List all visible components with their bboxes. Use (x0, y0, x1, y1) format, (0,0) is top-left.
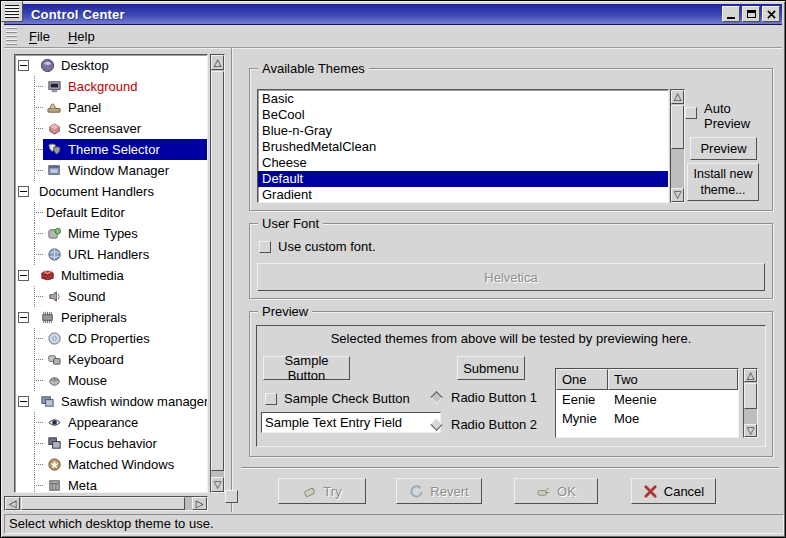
table-scrollbar-thumb[interactable] (744, 383, 757, 409)
sidebar-item-meta[interactable]: Meta (15, 475, 207, 493)
sound-icon (46, 289, 63, 304)
theme-item-cheese[interactable]: Cheese (258, 155, 668, 171)
try-button[interactable]: Try (278, 478, 366, 504)
multimedia-icon (39, 268, 56, 283)
tree-expander-minus-icon[interactable] (18, 186, 29, 197)
window-manager-icon (46, 163, 63, 178)
scroll-up-icon[interactable]: △ (671, 90, 684, 104)
table-row[interactable]: MynieMoe (556, 409, 738, 428)
radio-button-2[interactable] (430, 418, 443, 431)
sample-text-entry[interactable] (261, 412, 441, 433)
tree-expander-minus-icon[interactable] (18, 396, 29, 407)
tree-expander-minus-icon[interactable] (18, 270, 29, 281)
sample-button[interactable]: Sample Button (263, 356, 350, 380)
radio-button-1[interactable] (430, 391, 443, 404)
maximize-button[interactable] (742, 6, 760, 22)
theme-item-gradient[interactable]: Gradient (258, 187, 668, 203)
sidebar-item-appearance[interactable]: Appearance (15, 412, 207, 433)
sidebar-item-label: Window Manager (68, 163, 169, 178)
button-separator (241, 467, 779, 469)
theme-scrollbar-thumb[interactable] (671, 105, 684, 149)
submenu-button[interactable]: Submenu (457, 356, 525, 380)
table-cell: Meenie (608, 390, 738, 409)
window-menu-button[interactable] (1, 1, 23, 22)
sidebar-item-theme-selector[interactable]: Theme Selector (15, 139, 207, 160)
sidebar-item-keyboard[interactable]: Keyboard (15, 349, 207, 370)
tree-vertical-scrollbar[interactable]: △ ▽ (210, 54, 225, 493)
user-font-label: User Font (258, 216, 323, 231)
tree-horizontal-scrollbar[interactable]: ◁ ▷ (4, 496, 208, 511)
install-new-theme-button[interactable]: Install new theme... (687, 163, 759, 201)
scroll-right-icon[interactable]: ▷ (192, 497, 207, 510)
sidebar-item-mouse[interactable]: Mouse (15, 370, 207, 391)
sample-checkbox[interactable] (265, 393, 277, 405)
sidebar-item-default-editor[interactable]: Default Editor (15, 202, 207, 223)
sample-table-scrollbar[interactable]: △ ▽ (743, 368, 758, 438)
sidebar-item-document-handlers[interactable]: Document Handlers (15, 181, 207, 202)
sidebar-item-label: URL Handlers (68, 247, 149, 262)
table-row[interactable]: EenieMeenie (556, 390, 738, 409)
sidebar-item-peripherals[interactable]: Peripherals (15, 307, 207, 328)
theme-item-basic[interactable]: Basic (258, 91, 668, 107)
screensaver-icon (46, 121, 63, 136)
sidebar-item-panel[interactable]: Panel (15, 97, 207, 118)
sidebar-item-label: Multimedia (61, 268, 124, 283)
sidebar-item-matched-windows[interactable]: Matched Windows (15, 454, 207, 475)
table-header-one[interactable]: One (556, 369, 608, 390)
theme-list: BasicBeCoolBlue-n-GrayBrushedMetalCleanC… (257, 89, 669, 203)
scroll-down-icon[interactable]: ▽ (744, 424, 757, 437)
ok-button[interactable]: OK (514, 478, 598, 504)
theme-list-scrollbar[interactable]: △ ▽ (670, 89, 685, 203)
sidebar-item-mime-types[interactable]: Mime Types (15, 223, 207, 244)
window-menu-icon (5, 5, 19, 18)
theme-item-becool[interactable]: BeCool (258, 107, 668, 123)
scroll-up-icon[interactable]: △ (211, 55, 224, 70)
auto-preview-checkbox[interactable] (685, 107, 697, 119)
tree-expander-minus-icon[interactable] (18, 312, 29, 323)
theme-item-blue-n-gray[interactable]: Blue-n-Gray (258, 123, 668, 139)
scroll-up-icon[interactable]: △ (744, 369, 757, 382)
sidebar-item-label: Document Handlers (39, 184, 154, 199)
sidebar-item-multimedia[interactable]: Multimedia (15, 265, 207, 286)
font-picker-button[interactable]: Helvetica (257, 263, 765, 291)
tree-expander-minus-icon[interactable] (18, 60, 29, 71)
table-header-two[interactable]: Two (608, 369, 738, 390)
cd-properties-icon (46, 331, 63, 346)
scroll-down-icon[interactable]: ▽ (671, 188, 684, 202)
tree-scrollbar-thumb[interactable] (211, 71, 224, 471)
menubar-drag-handle[interactable] (6, 27, 17, 46)
sidebar-item-background[interactable]: Background (15, 76, 207, 97)
radio-label-1: Radio Button 1 (451, 390, 537, 405)
tree-hscrollbar-thumb[interactable] (21, 497, 185, 510)
theme-item-brushedmetalclean[interactable]: BrushedMetalClean (258, 139, 668, 155)
window-title: Control Center (31, 7, 125, 22)
radio-option-2: Radio Button 2 (429, 417, 537, 432)
sidebar-item-screensaver[interactable]: Screensaver (15, 118, 207, 139)
theme-selector-icon (46, 142, 63, 157)
menu-file[interactable]: File (20, 27, 59, 46)
menu-help[interactable]: Help (59, 27, 104, 46)
scroll-left-icon[interactable]: ◁ (5, 497, 20, 510)
titlebar: Control Center (4, 4, 782, 25)
cancel-icon (643, 484, 658, 499)
preview-button[interactable]: Preview (690, 137, 757, 160)
pane-resize-handle[interactable] (225, 490, 238, 503)
sidebar-item-sawfish-window-manager[interactable]: Sawfish window manager (15, 391, 207, 412)
menubar: File Help (4, 25, 782, 48)
sidebar-item-sound[interactable]: Sound (15, 286, 207, 307)
sidebar-item-label: Theme Selector (68, 142, 160, 157)
revert-button[interactable]: Revert (396, 478, 482, 504)
sidebar-item-focus-behavior[interactable]: Focus behavior (15, 433, 207, 454)
sidebar-item-window-manager[interactable]: Window Manager (15, 160, 207, 181)
use-custom-font-checkbox[interactable] (259, 241, 271, 253)
sidebar-item-cd-properties[interactable]: CD Properties (15, 328, 207, 349)
sidebar-item-label: Appearance (68, 415, 138, 430)
cancel-button[interactable]: Cancel (631, 478, 716, 504)
sidebar-item-desktop[interactable]: Desktop (15, 55, 207, 76)
theme-item-default[interactable]: Default (258, 171, 668, 187)
table-cell: Mynie (556, 409, 608, 428)
minimize-button[interactable] (722, 6, 740, 22)
sidebar-item-url-handlers[interactable]: URL Handlers (15, 244, 207, 265)
scroll-down-icon[interactable]: ▽ (211, 477, 224, 492)
close-button[interactable] (762, 6, 780, 22)
